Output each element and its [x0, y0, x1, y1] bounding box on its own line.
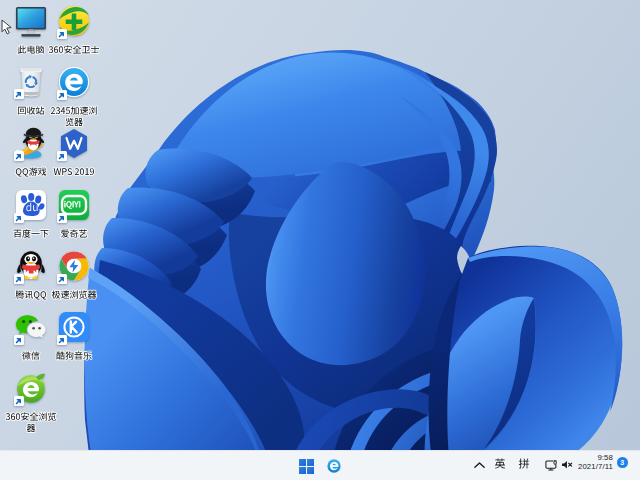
- desktop-icon-label: 百度一下: [8, 229, 54, 243]
- desktop-icon-label: 360安全卫士: [51, 45, 97, 59]
- desktop-icon-label-text: 2345加速浏览器: [51, 106, 97, 131]
- desktop-icon-tencent-qq[interactable]: 腾讯QQ: [8, 250, 54, 304]
- desktop-icon-wechat[interactable]: 微信: [8, 311, 54, 365]
- desktop-icon-label-text: 此电脑: [8, 45, 54, 59]
- tencent-qq-icon: [14, 250, 48, 284]
- tray-hidden-icons-button[interactable]: [471, 457, 487, 473]
- desktop-icon-360-safe[interactable]: 360安全卫士: [51, 5, 97, 59]
- ime-pinyin-text: 拼: [517, 458, 531, 472]
- desktop-icon-label-text: 回收站: [8, 106, 54, 120]
- notification-count-badge[interactable]: 3: [617, 457, 628, 468]
- ime-english-indicator[interactable]: 英: [493, 458, 507, 472]
- mouse-cursor: [1, 19, 13, 35]
- wps-2019-icon: [57, 127, 91, 161]
- kugou-music-icon: [57, 311, 91, 345]
- desktop-icon-label: 回收站: [8, 106, 54, 120]
- desktop-icon-label: 2345加速浏览器: [51, 106, 97, 131]
- desktop-icon-label-text: 百度一下: [8, 229, 54, 243]
- 2345-browser-icon: [57, 66, 91, 100]
- shortcut-arrow-icon: [57, 151, 67, 161]
- desktop-icon-speed-browser[interactable]: 极速浏览器: [51, 250, 97, 304]
- speed-browser-icon: [57, 250, 91, 284]
- desktop-icon-label-text: QQ游戏: [8, 167, 54, 181]
- taskbar: 英 拼 9:58 2021/7/11 3: [0, 450, 640, 480]
- shortcut-arrow-icon: [14, 335, 24, 345]
- desktop-icon-label: 此电脑: [8, 45, 54, 59]
- this-pc-icon: [14, 5, 48, 39]
- desktop-icon-label-text: 酷狗音乐: [51, 351, 97, 365]
- desktop-icon-wps-2019[interactable]: WPS 2019: [51, 127, 97, 181]
- shortcut-arrow-icon: [57, 90, 67, 100]
- clock-date: 2021/7/11: [552, 463, 613, 472]
- desktop-icon-recycle-bin[interactable]: 回收站: [8, 66, 54, 120]
- desktop-icon-label-text: 360安全浏览器: [8, 412, 54, 437]
- 360-safe-icon: [57, 5, 91, 39]
- ime-english-text: 英: [493, 458, 507, 472]
- taskbar-2345-browser-button[interactable]: [322, 454, 346, 478]
- desktop-icon-360-browser[interactable]: 360安全浏览器: [8, 372, 54, 437]
- qq-games-icon: [14, 127, 48, 161]
- desktop-icon-label-text: 360安全卫士: [51, 45, 97, 59]
- windows-11-desktop[interactable]: { "desktop": { "icons": [ { "label": "此电…: [0, 0, 640, 480]
- iqiyi-icon: [57, 189, 91, 223]
- shortcut-arrow-icon: [14, 274, 24, 284]
- shortcut-arrow-icon: [14, 89, 24, 99]
- desktop-icon-label: 微信: [8, 351, 54, 365]
- desktop-icon-label: 酷狗音乐: [51, 351, 97, 365]
- ime-pinyin-indicator[interactable]: 拼: [517, 458, 531, 472]
- wechat-icon: [14, 311, 48, 345]
- desktop-icon-qq-games[interactable]: QQ游戏: [8, 127, 54, 181]
- hidden-icons-chevron-icon: [473, 459, 486, 472]
- shortcut-arrow-icon: [14, 151, 24, 161]
- desktop-icon-this-pc[interactable]: 此电脑: [8, 5, 54, 59]
- shortcut-arrow-icon: [57, 213, 67, 223]
- shortcut-arrow-icon: [14, 213, 24, 223]
- desktop-icon-label-text: 极速浏览器: [51, 290, 97, 304]
- desktop-icon-baidu[interactable]: 百度一下: [8, 189, 54, 243]
- desktop-icon-2345-browser[interactable]: 2345加速浏览器: [51, 66, 97, 131]
- desktop-icon-label: 爱奇艺: [51, 229, 97, 243]
- recycle-bin-icon: [14, 66, 48, 100]
- start-button-icon: [299, 459, 314, 474]
- edge-2345-taskbar-icon: [327, 459, 341, 473]
- desktop-icon-kugou-music[interactable]: 酷狗音乐: [51, 311, 97, 365]
- desktop-icon-label-text: WPS 2019: [51, 167, 97, 181]
- desktop-icon-iqiyi[interactable]: 爱奇艺: [51, 189, 97, 243]
- desktop-icon-label-text: 爱奇艺: [51, 229, 97, 243]
- shortcut-arrow-icon: [14, 396, 24, 406]
- desktop-icon-label: 极速浏览器: [51, 290, 97, 304]
- desktop-icon-label: 360安全浏览器: [8, 412, 54, 437]
- shortcut-arrow-icon: [57, 29, 67, 39]
- start-button[interactable]: [294, 454, 318, 478]
- desktop-icon-label: QQ游戏: [8, 167, 54, 181]
- shortcut-arrow-icon: [57, 335, 67, 345]
- 360-browser-icon: [14, 372, 48, 406]
- desktop-icon-label-text: 腾讯QQ: [8, 290, 54, 304]
- baidu-icon: [14, 189, 48, 223]
- taskbar-clock[interactable]: 9:58 2021/7/11: [552, 454, 613, 471]
- desktop-icon-label: 腾讯QQ: [8, 290, 54, 304]
- shortcut-arrow-icon: [57, 274, 67, 284]
- desktop-icon-label-text: 微信: [8, 351, 54, 365]
- desktop-icon-label: WPS 2019: [51, 167, 97, 181]
